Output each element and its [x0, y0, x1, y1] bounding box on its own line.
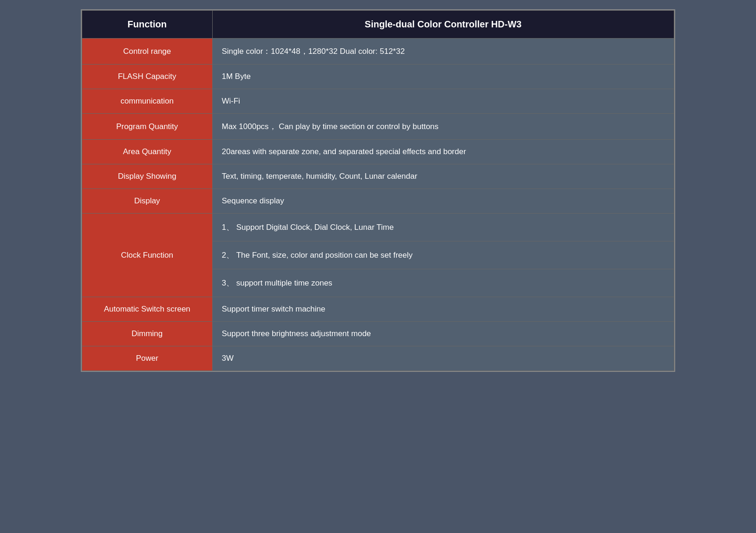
function-cell-1: FLASH Capacity	[82, 65, 213, 89]
function-cell-4: Area Quantity	[82, 140, 213, 164]
table-row: DisplaySequence display	[82, 189, 674, 214]
value-cell-3: Max 1000pcs， Can play by time section or…	[212, 114, 674, 140]
table-row: Clock Function1、 Support Digital Clock, …	[82, 214, 674, 297]
spec-table: Function Single-dual Color Controller HD…	[81, 9, 675, 372]
value-cell-6: Sequence display	[212, 189, 674, 214]
function-cell-3: Program Quantity	[82, 114, 213, 140]
value-cell-5: Text, timing, temperate, humidity, Count…	[212, 164, 674, 189]
function-cell-5: Display Showing	[82, 164, 213, 189]
table-row: Area Quantity20areas with separate zone,…	[82, 140, 674, 164]
header-function: Function	[82, 11, 213, 39]
value-cell-10: 3W	[212, 346, 674, 371]
value-cell-clock: 1、 Support Digital Clock, Dial Clock, Lu…	[212, 214, 674, 297]
function-cell-0: Control range	[82, 39, 213, 65]
table-row: FLASH Capacity1M Byte	[82, 65, 674, 89]
function-cell-6: Display	[82, 189, 213, 214]
value-cell-0: Single color：1024*48，1280*32 Dual color:…	[212, 39, 674, 65]
function-cell-2: communication	[82, 89, 213, 114]
table-row: communicationWi-Fi	[82, 89, 674, 114]
table-row: Automatic Switch screenSupport timer swi…	[82, 297, 674, 322]
clock-item-3: 3、 support multiple time zones	[213, 269, 674, 297]
header-product: Single-dual Color Controller HD-W3	[212, 11, 674, 39]
table-row: Display ShowingText, timing, temperate, …	[82, 164, 674, 189]
function-cell-9: Dimming	[82, 322, 213, 346]
function-cell-clock: Clock Function	[82, 214, 213, 297]
table-row: Program QuantityMax 1000pcs， Can play by…	[82, 114, 674, 140]
value-cell-4: 20areas with separate zone, and separate…	[212, 140, 674, 164]
clock-item-2: 2、 The Font, size, color and position ca…	[213, 241, 674, 269]
value-cell-2: Wi-Fi	[212, 89, 674, 114]
function-cell-8: Automatic Switch screen	[82, 297, 213, 322]
function-cell-10: Power	[82, 346, 213, 371]
table-row: Control rangeSingle color：1024*48，1280*3…	[82, 39, 674, 65]
value-cell-1: 1M Byte	[212, 65, 674, 89]
clock-item-1: 1、 Support Digital Clock, Dial Clock, Lu…	[213, 214, 674, 241]
table-row: Power3W	[82, 346, 674, 371]
table-row: DimmingSupport three brightness adjustme…	[82, 322, 674, 346]
value-cell-9: Support three brightness adjustment mode	[212, 322, 674, 346]
value-cell-8: Support timer switch machine	[212, 297, 674, 322]
